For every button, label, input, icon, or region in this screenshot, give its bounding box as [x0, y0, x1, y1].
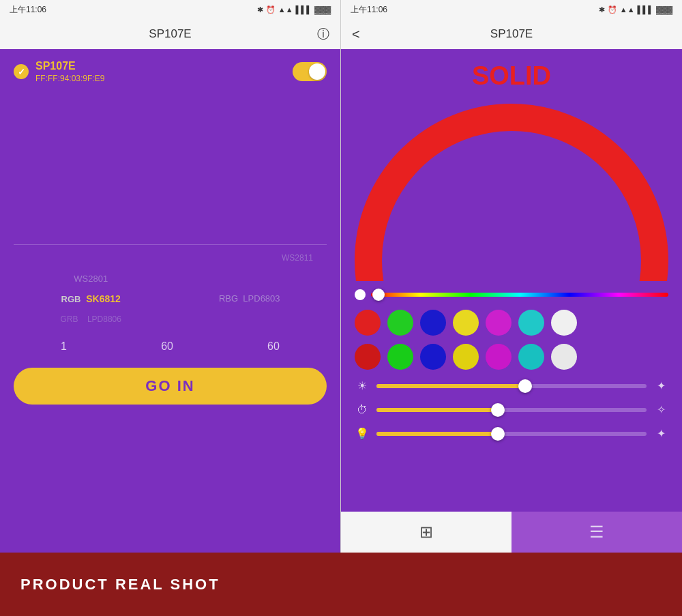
purple-area	[0, 94, 340, 244]
device-mac: FF:FF:94:03:9F:E9	[35, 74, 104, 83]
r-bluetooth-icon: ✱	[599, 5, 605, 14]
speed-track[interactable]	[376, 408, 647, 412]
brightness-icon-right-1: ✦	[653, 379, 668, 392]
light-thumb[interactable]	[491, 427, 505, 441]
r-signal-icon: ▌▌▌	[638, 5, 653, 14]
color-slider-container	[341, 281, 682, 306]
wifi-icon: ▲▲	[278, 5, 293, 14]
color-slider-dot	[355, 289, 366, 300]
device-card: ✓ SP107E FF:FF:94:03:9F:E9	[0, 49, 340, 94]
back-icon[interactable]: <	[352, 27, 360, 42]
color-row-2	[341, 340, 682, 374]
brightness-fill-1	[376, 384, 525, 388]
color-blue-1[interactable]	[420, 310, 446, 336]
alarm-icon: ⏰	[266, 5, 276, 14]
right-header: < SP107E	[341, 19, 682, 49]
light-fill	[376, 432, 498, 436]
left-status-icons: ✱ ⏰ ▲▲ ▌▌▌ ▓▓▓	[257, 5, 331, 14]
color-white-2[interactable]	[551, 344, 577, 370]
color-cyan-2[interactable]	[518, 344, 544, 370]
brightness-slider-1: ☀ ✦	[341, 374, 682, 398]
color-magenta-1[interactable]	[486, 310, 512, 336]
arc-circle	[355, 104, 668, 281]
battery-icon: ▓▓▓	[314, 5, 331, 14]
tab-playlist[interactable]: ☰	[512, 512, 682, 553]
color-row-1	[341, 306, 682, 340]
color-cyan-1[interactable]	[518, 310, 544, 336]
color-red-2[interactable]	[355, 344, 381, 370]
right-status-time: 上午11:06	[351, 4, 387, 16]
light-icon-left: 💡	[355, 427, 370, 440]
left-header-title: SP107E	[149, 27, 191, 41]
color-slider-thumb[interactable]	[372, 289, 385, 301]
number-2: 60	[161, 340, 173, 353]
right-header-title: SP107E	[490, 27, 533, 41]
color-red-1[interactable]	[355, 310, 381, 336]
color-green-2[interactable]	[387, 344, 413, 370]
device-name: SP107E	[35, 60, 104, 72]
device-toggle[interactable]	[293, 62, 327, 81]
product-label-text: PRODUCT REAL SHOT	[20, 576, 220, 593]
chip-header: WS2811	[0, 253, 340, 263]
brightness-track-1[interactable]	[376, 384, 647, 388]
speed-icon-right: ✧	[653, 403, 668, 416]
chip-rbg-label: RBG LPD6803	[173, 291, 327, 307]
color-blue-2[interactable]	[420, 344, 446, 370]
numbers-row: 1 60 60	[0, 332, 340, 361]
info-icon[interactable]: ⓘ	[317, 26, 329, 42]
right-status-bar: 上午11:06 ✱ ⏰ ▲▲ ▌▌▌ ▓▓▓	[341, 0, 682, 19]
color-green-1[interactable]	[387, 310, 413, 336]
product-label-bar: PRODUCT REAL SHOT	[0, 553, 682, 616]
signal-icon: ▌▌▌	[296, 5, 312, 14]
effects-icon: ⊞	[419, 523, 433, 542]
bottom-panel: WS2811 WS2801 RGB SK6812 RBG LPD6803 GRB…	[0, 245, 340, 405]
color-magenta-2[interactable]	[486, 344, 512, 370]
light-track[interactable]	[376, 432, 647, 436]
number-3: 60	[267, 340, 280, 353]
light-icon-right: ✦	[653, 427, 668, 440]
speed-fill	[376, 408, 498, 412]
right-status-icons: ✱ ⏰ ▲▲ ▌▌▌ ▓▓▓	[599, 5, 672, 14]
color-yellow-2[interactable]	[453, 344, 479, 370]
device-row: ✓ SP107E FF:FF:94:03:9F:E9	[14, 60, 327, 83]
go-in-button[interactable]: GO IN	[14, 368, 327, 405]
speed-slider: ⏱ ✧	[341, 398, 682, 422]
color-slider-track[interactable]	[371, 293, 668, 297]
brightness-icon-left-1: ☀	[355, 379, 370, 392]
chip-header-label: WS2811	[282, 253, 313, 263]
number-1: 1	[61, 340, 67, 353]
brightness-thumb-1[interactable]	[518, 379, 532, 393]
chip-rgb-label	[173, 271, 327, 287]
chip-grb[interactable]: GRB LPD8806	[14, 311, 168, 327]
r-wifi-icon: ▲▲	[620, 5, 635, 14]
left-phone-screen: 上午11:06 ✱ ⏰ ▲▲ ▌▌▌ ▓▓▓ SP107E ⓘ ✓ SP107E	[0, 0, 341, 553]
color-white-1[interactable]	[551, 310, 577, 336]
light-slider: 💡 ✦	[341, 422, 682, 445]
speed-thumb[interactable]	[491, 403, 505, 417]
speed-icon-left: ⏱	[355, 404, 370, 416]
device-check-icon: ✓	[14, 64, 29, 79]
bluetooth-icon: ✱	[257, 5, 263, 14]
go-in-label: GO IN	[145, 377, 194, 395]
chip-list: WS2801 RGB SK6812 RBG LPD6803 GRB LPD880…	[0, 265, 340, 332]
r-alarm-icon: ⏰	[608, 5, 617, 14]
left-header: SP107E ⓘ	[0, 19, 340, 49]
solid-label: SOLID	[472, 61, 551, 91]
toggle-knob	[309, 63, 325, 80]
device-info: SP107E FF:FF:94:03:9F:E9	[35, 60, 104, 83]
left-status-bar: 上午11:06 ✱ ⏰ ▲▲ ▌▌▌ ▓▓▓	[0, 0, 340, 19]
tab-effects[interactable]: ⊞	[341, 512, 512, 553]
chip-sk6812[interactable]: RGB SK6812	[14, 291, 168, 307]
solid-area: SOLID	[341, 49, 682, 281]
playlist-icon: ☰	[589, 523, 604, 542]
right-phone-screen: 上午11:06 ✱ ⏰ ▲▲ ▌▌▌ ▓▓▓ < SP107E SOLID	[341, 0, 682, 553]
left-status-time: 上午11:06	[10, 4, 46, 16]
chip-ws2801[interactable]: WS2801	[14, 271, 168, 287]
color-yellow-1[interactable]	[453, 310, 479, 336]
bottom-tabs: ⊞ ☰	[341, 512, 682, 553]
r-battery-icon: ▓▓▓	[656, 5, 672, 14]
device-left: ✓ SP107E FF:FF:94:03:9F:E9	[14, 60, 104, 83]
